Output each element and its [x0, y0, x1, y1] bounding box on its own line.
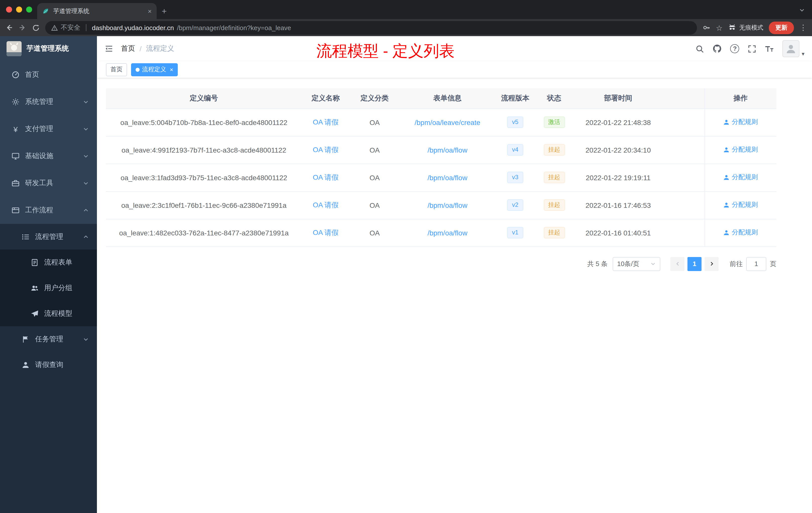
- sidebar-item-workflow[interactable]: 工作流程: [0, 197, 97, 224]
- form-link[interactable]: /bpm/oa/flow: [428, 174, 467, 181]
- user-menu[interactable]: ▾: [783, 40, 805, 57]
- assign-rule-link[interactable]: 分配规则: [723, 173, 758, 182]
- sidebar-filler: [0, 378, 97, 513]
- tab-search-icon[interactable]: [799, 7, 805, 13]
- logo-avatar: [6, 41, 22, 56]
- sidebar-item-infrastructure[interactable]: 基础设施: [0, 143, 97, 170]
- definition-name-link[interactable]: OA 请假: [313, 145, 339, 153]
- breadcrumb-home[interactable]: 首页: [121, 44, 135, 53]
- version-badge: v5: [507, 117, 523, 128]
- chevron-down-icon: [83, 126, 89, 132]
- sidebar-item-user-group[interactable]: 用户分组: [0, 275, 97, 301]
- tag-close-icon[interactable]: ×: [170, 66, 173, 73]
- sidebar-item-label: 基础设施: [25, 152, 53, 161]
- annotation-title: 流程模型 - 定义列表: [316, 41, 455, 62]
- tag-process-definition[interactable]: 流程定义 ×: [131, 63, 178, 76]
- cell-deploy-time: 2022-01-16 01:40:51: [573, 219, 663, 246]
- github-icon[interactable]: [713, 44, 722, 53]
- sidebar-item-leave-query[interactable]: 请假查询: [0, 352, 97, 378]
- browser-tab[interactable]: 芋道管理系统 ×: [37, 3, 157, 19]
- cell-spacer: [663, 163, 704, 191]
- definition-name-link[interactable]: OA 请假: [313, 228, 339, 236]
- page-size-select[interactable]: 10条/页: [613, 257, 660, 271]
- address-bar[interactable]: 不安全 dashboard.yudao.iocoder.cn/bpm/manag…: [45, 21, 697, 34]
- cell-definition-id: oa_leave:5:004b710b-7b8a-11ec-8ef0-acde4…: [106, 109, 302, 136]
- sidebar-collapse-icon[interactable]: [105, 44, 114, 53]
- browser-menu-icon[interactable]: ⋮: [800, 23, 807, 32]
- security-label[interactable]: 不安全: [61, 23, 80, 32]
- monitor-icon: [11, 152, 20, 160]
- definition-table: 定义编号 定义名称 定义分类 表单信息 流程版本 状态 部署时间 操作: [106, 88, 776, 247]
- goto-label: 前往: [730, 259, 743, 268]
- form-link[interactable]: /bpm/oa/flow: [428, 201, 467, 209]
- col-process-version: 流程版本: [495, 88, 535, 109]
- sidebar-item-task-management[interactable]: 任务管理: [0, 326, 97, 352]
- assign-rule-link[interactable]: 分配规则: [723, 118, 758, 127]
- caret-down-icon: ▾: [802, 51, 805, 57]
- sidebar-logo[interactable]: 芋道管理系统: [0, 36, 97, 61]
- page-unit-label: 页: [770, 259, 776, 268]
- current-page-button[interactable]: 1: [688, 257, 701, 271]
- window-zoom-button[interactable]: [26, 6, 32, 12]
- page-goto-input[interactable]: [746, 257, 766, 271]
- form-link[interactable]: /bpm/oa/leave/create: [414, 118, 480, 126]
- assign-rule-link[interactable]: 分配规则: [723, 201, 758, 210]
- sidebar-item-system[interactable]: 系统管理: [0, 88, 97, 116]
- assign-rule-link[interactable]: 分配规则: [723, 145, 758, 154]
- cell-deploy-time: 2022-01-22 19:19:11: [573, 163, 663, 191]
- prev-page-button[interactable]: [670, 257, 685, 271]
- page-goto: 前往 页: [730, 257, 776, 271]
- forward-button[interactable]: [19, 24, 27, 32]
- sidebar-item-process-model[interactable]: 流程模型: [0, 301, 97, 326]
- chevron-up-icon: [83, 234, 89, 240]
- assign-rule-link[interactable]: 分配规则: [723, 228, 758, 237]
- form-link[interactable]: /bpm/oa/flow: [428, 146, 467, 154]
- sidebar-item-process-form[interactable]: 流程表单: [0, 249, 97, 275]
- person-icon: [723, 230, 730, 236]
- sidebar-item-label: 系统管理: [25, 97, 53, 107]
- search-icon[interactable]: [696, 44, 704, 53]
- sidebar-item-home[interactable]: 首页: [0, 61, 97, 88]
- cell-category: OA: [349, 163, 400, 191]
- window-controls[interactable]: [6, 6, 32, 12]
- assign-rule-label: 分配规则: [732, 228, 758, 237]
- font-size-icon[interactable]: [765, 45, 774, 53]
- sidebar-item-process-management[interactable]: 流程管理: [0, 224, 97, 249]
- back-button[interactable]: [5, 24, 13, 32]
- new-tab-button[interactable]: +: [162, 7, 167, 16]
- table-row: oa_leave:2:3c1f0ef1-76b1-11ec-9c66-a2380…: [106, 191, 776, 219]
- yen-icon: ¥: [11, 125, 20, 133]
- definition-name-link[interactable]: OA 请假: [313, 118, 339, 126]
- password-key-icon[interactable]: [702, 24, 710, 32]
- sidebar-item-payment[interactable]: ¥ 支付管理: [0, 116, 97, 143]
- cell-version: v3: [495, 163, 535, 191]
- window-minimize-button[interactable]: [16, 6, 22, 12]
- app-title: 芋道管理系统: [27, 44, 69, 53]
- tag-home[interactable]: 首页: [106, 63, 127, 76]
- sidebar-item-devtools[interactable]: 研发工具: [0, 170, 97, 197]
- col-definition-name: 定义名称: [302, 88, 349, 109]
- cell-spacer: [663, 136, 704, 163]
- incognito-label: 无痕模式: [739, 23, 763, 32]
- avatar[interactable]: [783, 40, 800, 57]
- cell-spacer: [663, 109, 704, 136]
- fullscreen-icon[interactable]: [748, 44, 756, 53]
- version-badge: v1: [507, 227, 523, 238]
- table-row: oa_leave:1:482ec033-762a-11ec-8477-a2380…: [106, 219, 776, 246]
- definition-name-link[interactable]: OA 请假: [313, 173, 339, 181]
- window-close-button[interactable]: [6, 6, 12, 12]
- tab-title: 芋道管理系统: [53, 7, 144, 15]
- sidebar-item-label: 流程管理: [35, 232, 63, 241]
- version-badge: v2: [507, 200, 523, 211]
- chrome-update-button[interactable]: 更新: [769, 21, 794, 34]
- form-link[interactable]: /bpm/oa/flow: [428, 229, 467, 237]
- next-page-button[interactable]: [704, 257, 719, 271]
- bookmark-star-icon[interactable]: ☆: [716, 24, 723, 31]
- users-icon: [31, 284, 39, 292]
- sidebar-item-label: 首页: [25, 70, 39, 79]
- help-icon[interactable]: ?: [730, 44, 740, 53]
- reload-button[interactable]: [32, 24, 40, 31]
- cell-form-info: /bpm/oa/leave/create: [400, 109, 495, 136]
- definition-name-link[interactable]: OA 请假: [313, 201, 339, 209]
- tab-close-icon[interactable]: ×: [148, 7, 152, 15]
